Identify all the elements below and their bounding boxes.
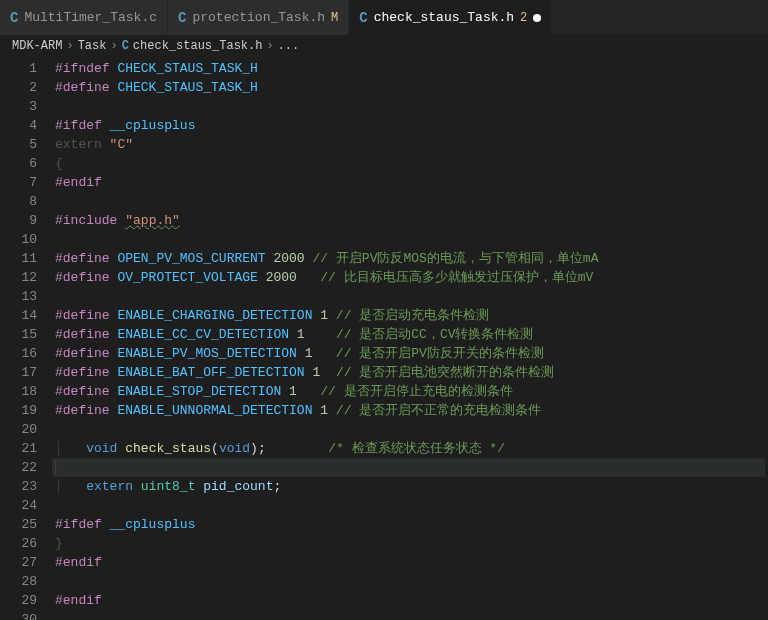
code-line[interactable] <box>55 97 768 116</box>
line-number: 17 <box>0 363 37 382</box>
tab-bar: C MultiTimer_Task.c C protection_Task.h … <box>0 0 768 35</box>
code-line[interactable]: │ void check_staus(void); /* 检查系统状态任务状态 … <box>55 439 768 458</box>
code-line[interactable] <box>55 610 768 620</box>
c-file-icon: C <box>10 10 18 26</box>
line-number: 27 <box>0 553 37 572</box>
code-line[interactable]: #define ENABLE_BAT_OFF_DETECTION 1 // 是否… <box>55 363 768 382</box>
code-line[interactable]: extern "C" <box>55 135 768 154</box>
line-number: 10 <box>0 230 37 249</box>
code-line[interactable] <box>55 420 768 439</box>
breadcrumb-part[interactable]: MDK-ARM <box>12 39 62 53</box>
tab-label: MultiTimer_Task.c <box>24 10 157 25</box>
code-line[interactable]: #ifndef CHECK_STAUS_TASK_H <box>55 59 768 78</box>
code-line[interactable]: { <box>55 154 768 173</box>
code-line[interactable]: #ifdef __cplusplus <box>55 116 768 135</box>
line-number: 14 <box>0 306 37 325</box>
code-line[interactable]: #ifdef __cplusplus <box>55 515 768 534</box>
line-number-gutter: 1234567891011121314151617181920212223242… <box>0 57 55 620</box>
chevron-right-icon: › <box>266 39 273 53</box>
code-line[interactable]: #endif <box>55 173 768 192</box>
code-line[interactable]: #define ENABLE_PV_MOS_DETECTION 1 // 是否开… <box>55 344 768 363</box>
code-line[interactable]: #endif <box>55 553 768 572</box>
line-number: 20 <box>0 420 37 439</box>
c-file-icon: C <box>178 10 186 26</box>
tab-label: check_staus_Task.h <box>374 10 514 25</box>
line-number: 11 <box>0 249 37 268</box>
breadcrumb-part[interactable]: Task <box>78 39 107 53</box>
code-line[interactable] <box>55 572 768 591</box>
line-number: 8 <box>0 192 37 211</box>
code-line[interactable]: #define OV_PROTECT_VOLTAGE 2000 // 比目标电压… <box>55 268 768 287</box>
breadcrumb-trail[interactable]: ... <box>278 39 300 53</box>
code-line[interactable] <box>55 496 768 515</box>
line-number: 7 <box>0 173 37 192</box>
tab-check-staus[interactable]: C check_staus_Task.h 2 <box>349 0 552 35</box>
code-area[interactable]: #ifndef CHECK_STAUS_TASK_H#define CHECK_… <box>55 57 768 620</box>
line-number: 9 <box>0 211 37 230</box>
line-number: 3 <box>0 97 37 116</box>
line-number: 4 <box>0 116 37 135</box>
code-line[interactable] <box>55 230 768 249</box>
line-number: 12 <box>0 268 37 287</box>
dirty-dot-icon <box>533 14 541 22</box>
line-number: 21 <box>0 439 37 458</box>
modified-badge: M <box>331 11 338 25</box>
problems-badge: 2 <box>520 11 527 25</box>
code-line[interactable]: #define ENABLE_CHARGING_DETECTION 1 // 是… <box>55 306 768 325</box>
line-number: 25 <box>0 515 37 534</box>
tab-multitimer[interactable]: C MultiTimer_Task.c <box>0 0 168 35</box>
code-line[interactable]: #include "app.h" <box>55 211 768 230</box>
line-number: 26 <box>0 534 37 553</box>
code-line[interactable]: #define ENABLE_STOP_DETECTION 1 // 是否开启停… <box>55 382 768 401</box>
code-line[interactable]: } <box>55 534 768 553</box>
code-line[interactable]: #endif <box>55 591 768 610</box>
code-line[interactable]: #define ENABLE_UNNORMAL_DETECTION 1 // 是… <box>55 401 768 420</box>
line-number: 1 <box>0 59 37 78</box>
chevron-right-icon: › <box>110 39 117 53</box>
tab-label: protection_Task.h <box>192 10 325 25</box>
code-line[interactable]: │ <box>52 458 765 477</box>
line-number: 28 <box>0 572 37 591</box>
line-number: 30 <box>0 610 37 620</box>
code-line[interactable]: │ extern uint8_t pid_count; <box>55 477 768 496</box>
code-line[interactable]: #define CHECK_STAUS_TASK_H <box>55 78 768 97</box>
line-number: 6 <box>0 154 37 173</box>
code-line[interactable]: #define OPEN_PV_MOS_CURRENT 2000 // 开启PV… <box>55 249 768 268</box>
breadcrumb[interactable]: MDK-ARM › Task › C check_staus_Task.h › … <box>0 35 768 57</box>
c-file-icon: C <box>122 39 129 53</box>
line-number: 13 <box>0 287 37 306</box>
line-number: 24 <box>0 496 37 515</box>
code-line[interactable]: #define ENABLE_CC_CV_DETECTION 1 // 是否启动… <box>55 325 768 344</box>
line-number: 22 <box>0 458 37 477</box>
line-number: 16 <box>0 344 37 363</box>
line-number: 5 <box>0 135 37 154</box>
line-number: 29 <box>0 591 37 610</box>
c-file-icon: C <box>359 10 367 26</box>
line-number: 15 <box>0 325 37 344</box>
code-line[interactable] <box>55 192 768 211</box>
breadcrumb-file[interactable]: check_staus_Task.h <box>133 39 263 53</box>
tab-protection[interactable]: C protection_Task.h M <box>168 0 349 35</box>
line-number: 23 <box>0 477 37 496</box>
code-editor[interactable]: 1234567891011121314151617181920212223242… <box>0 57 768 620</box>
line-number: 2 <box>0 78 37 97</box>
line-number: 18 <box>0 382 37 401</box>
line-number: 19 <box>0 401 37 420</box>
code-line[interactable] <box>55 287 768 306</box>
chevron-right-icon: › <box>66 39 73 53</box>
